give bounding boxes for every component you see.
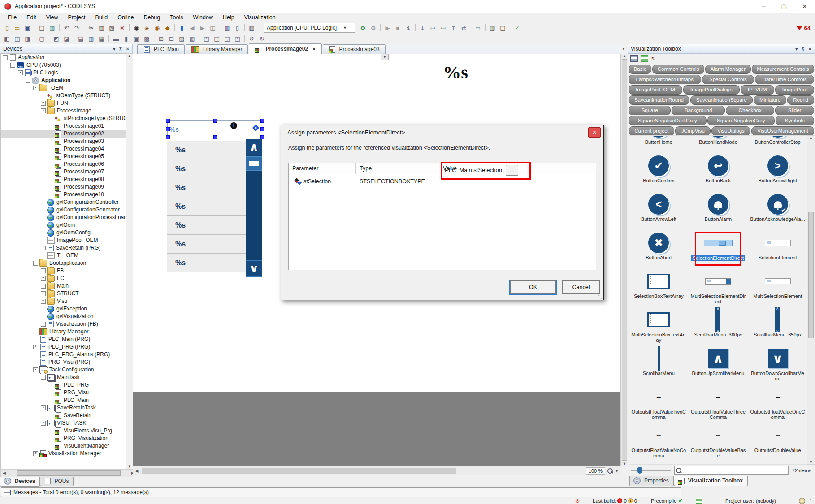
table-row-parameter[interactable]: stSelection	[289, 174, 356, 188]
tree-vertical-scrollbar[interactable]: ▲▼	[126, 53, 133, 469]
resize-handle[interactable]	[166, 119, 170, 123]
scrollbar-thumb[interactable]	[246, 156, 262, 171]
selected-visu-element[interactable]: %s +	[167, 120, 263, 138]
minimize-button[interactable]: ─	[753, 0, 774, 13]
stop-icon[interactable]: ■	[393, 23, 403, 32]
tree-item-stoemtype-struct-[interactable]: stOemType (STRUCT)	[1, 92, 126, 99]
dialog-close-button[interactable]: ✕	[588, 127, 601, 138]
tree-item-plc-main[interactable]: PLC_Main	[1, 396, 126, 404]
expand-icon[interactable]: +	[33, 451, 38, 456]
cross-reference-icon[interactable]: ▤	[498, 23, 507, 32]
tree-item-gvlconfigurationcontroller[interactable]: gvlConfigurationController	[1, 198, 126, 206]
tree-item-prg-visu-prg-[interactable]: PRG_Visu (PRG)	[1, 358, 126, 366]
redo-icon[interactable]: ↷	[72, 23, 82, 32]
tree-item-plc-prg-alarms-prg-[interactable]: PLC_PRG_Alarms (PRG)	[1, 351, 126, 358]
collapse-icon[interactable]: -	[41, 421, 46, 426]
next-bookmark-icon[interactable]: ▶	[198, 23, 207, 32]
column-header-parameter[interactable]: Parameter	[289, 163, 356, 174]
scroll-left-icon[interactable]: ◀	[133, 469, 141, 473]
tree-item-processimage03[interactable]: ProcessImage03	[1, 138, 126, 145]
open-project-icon[interactable]: ▭	[13, 23, 22, 32]
tree-item-visuelems-visu-prg[interactable]: VisuElems.Visu_Prg	[1, 427, 126, 435]
toolbox-item-buttonalarm[interactable]: ButtonAlarm	[689, 192, 748, 231]
toolbox-item-multiselectionelement[interactable]: MultiSelectionElement	[748, 269, 807, 308]
tree-item-processimage[interactable]: -ProcessImage	[1, 107, 126, 115]
tree-item-fc[interactable]: +FC	[1, 275, 126, 282]
toolbox-item-outputstfloatvalueonecomma[interactable]: –OutputstFloatValueOneComma	[748, 385, 807, 423]
collapse-icon[interactable]: -	[41, 375, 46, 380]
ungroup-icon[interactable]: ⊟	[167, 34, 176, 43]
pin-icon[interactable]: ⊼	[801, 47, 804, 52]
copy-icon[interactable]: ▥	[97, 23, 106, 32]
expand-icon[interactable]: +	[41, 284, 46, 289]
toolbox-item-outputstdoublevaluebase[interactable]: –OutputstDoubleValueBase	[689, 423, 748, 462]
tree-item-saveretain[interactable]: SaveRetain	[1, 412, 126, 419]
tree-item-gvloem[interactable]: gvlOem	[1, 221, 126, 229]
tree-item-fb[interactable]: +FB	[1, 267, 126, 275]
magnifier-icon[interactable]	[607, 468, 613, 474]
resize-handle[interactable]	[166, 135, 170, 139]
toolbox-item-buttonback[interactable]: ↩ButtonBack	[689, 154, 748, 192]
menu-help[interactable]: Help	[218, 13, 239, 22]
category-current-project[interactable]: Current project	[629, 126, 674, 136]
column-header-type[interactable]: Type	[356, 163, 439, 174]
build-icon[interactable]: ⚙	[358, 23, 368, 32]
category-ip-vum[interactable]: IP_VUM	[741, 85, 774, 95]
table-view-alt-icon[interactable]	[641, 55, 648, 62]
step-out-icon[interactable]: ↤	[438, 23, 448, 32]
category-visuusermanagement[interactable]: VisuUserManagement	[751, 126, 814, 136]
toolbox-search-input[interactable]	[674, 466, 789, 475]
tree-item-cpu-705003-[interactable]: -CPU (705003)	[1, 61, 126, 69]
expand-icon[interactable]: +	[41, 291, 46, 296]
align-top-icon[interactable]: ◩	[52, 34, 61, 43]
grid-icon[interactable]: ▩	[142, 34, 152, 43]
toolbox-item-outputstdoublevalue[interactable]: –OutputstDoubleValue	[748, 423, 807, 462]
one-backward-icon[interactable]: ◳	[233, 34, 242, 43]
category-jcmpvisu[interactable]: JCmpVisu	[675, 126, 711, 136]
toolbox-item-selectionboxtextarray[interactable]: SelectionBoxTextArray	[629, 269, 689, 308]
toolbox-item-buttonhandmode[interactable]: ✱ButtonHandMode	[689, 135, 748, 154]
reset-icon[interactable]: ⇄	[459, 23, 468, 32]
step-over-icon[interactable]: ↧	[418, 23, 427, 32]
category-imagepool[interactable]: ImagePool	[775, 85, 814, 95]
scrollbar-thumb[interactable]	[622, 59, 627, 461]
expand-icon[interactable]: +	[41, 246, 46, 250]
print-icon[interactable]: ▤	[37, 23, 47, 32]
tree-item-saveretaintask[interactable]: -SaveRetainTask	[1, 404, 126, 412]
visu-scrollbar-element[interactable]: ∧ ∨	[246, 139, 262, 277]
tree-horizontal-scrollbar[interactable]: ◀ ▶	[0, 469, 137, 477]
tree-item-application[interactable]: -Application	[1, 54, 126, 61]
rotate-right-icon[interactable]: ↻	[257, 34, 267, 43]
category-visudialogs[interactable]: VisuDialogs	[711, 126, 750, 136]
category-background[interactable]: Background	[672, 106, 725, 115]
category-imagepooldialogs[interactable]: ImagePoolDialogs	[683, 85, 740, 95]
messages-bar[interactable]: Messages - Total 0 error(s), 0 warning(s…	[1, 487, 681, 497]
category-alarm-manager[interactable]: Alarm Manager	[705, 65, 751, 74]
tree-item-gvlvisualization[interactable]: gvlVisualization	[1, 313, 126, 320]
paste-icon[interactable]: ▧	[107, 23, 117, 32]
category-square[interactable]: Square	[629, 106, 671, 115]
expand-icon[interactable]: +	[41, 276, 46, 281]
resize-handle[interactable]	[260, 127, 264, 131]
tree-item-visu[interactable]: +Visu	[1, 297, 126, 305]
run-to-cursor-icon[interactable]: ↥	[449, 23, 458, 32]
toolbox-item-buttonconfirm[interactable]: ✔ButtonConfirm	[629, 154, 689, 192]
menu-view[interactable]: View	[41, 13, 63, 22]
replace-next-icon[interactable]: ◆	[163, 23, 172, 32]
scroll-down-icon[interactable]: ▼	[809, 460, 813, 464]
pin-icon[interactable]: ⊼	[119, 47, 122, 52]
tree-item-maintask[interactable]: -MainTask	[1, 374, 126, 381]
category-special-controls[interactable]: Special Controls	[702, 75, 754, 84]
category-miniature[interactable]: Miniature	[754, 95, 786, 105]
tree-item-visualization-fb-[interactable]: +Visualization (FB)	[1, 320, 126, 328]
group-icon[interactable]: ⊞	[156, 34, 166, 43]
distribute-v-icon[interactable]: ▥	[87, 34, 96, 43]
tree-item-visu-task[interactable]: -VISU_TASK	[1, 419, 126, 427]
category-round[interactable]: Round	[787, 95, 814, 105]
close-button[interactable]: ✕	[794, 0, 815, 13]
category-squarenegativegrey[interactable]: SquareNegativeGrey	[707, 116, 775, 125]
undo-icon[interactable]: ↶	[62, 23, 71, 32]
watch-icon[interactable]: ▦	[488, 23, 497, 32]
tree-item-processimage08[interactable]: ProcessImage08	[1, 176, 126, 183]
tree-item-prg-visualization[interactable]: PRG_Visualization	[1, 435, 126, 442]
